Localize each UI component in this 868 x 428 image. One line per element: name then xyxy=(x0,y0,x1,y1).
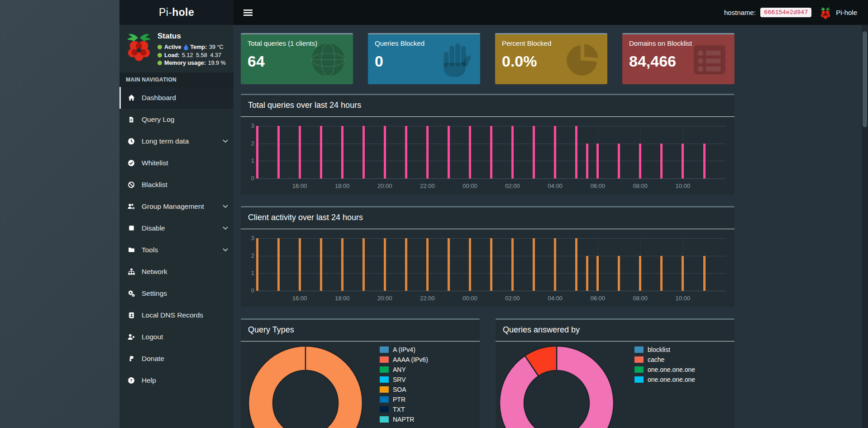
client-activity-chart[interactable]: 16:0018:0020:0022:0000:0002:0004:0006:00… xyxy=(243,229,732,306)
sitemap-icon xyxy=(127,268,136,275)
bar[interactable] xyxy=(469,238,471,291)
status-row-memory: Memory usage:19.9 % xyxy=(157,60,226,66)
legend-item[interactable]: blocklist xyxy=(634,346,695,353)
sidebar-item-dashboard[interactable]: Dashboard xyxy=(119,87,234,109)
sidebar-item-local-dns-records[interactable]: Local DNS Records xyxy=(119,304,234,326)
status-state: Active xyxy=(164,44,181,50)
bar[interactable] xyxy=(682,256,684,291)
scrollbar-thumb[interactable] xyxy=(863,31,867,127)
bar[interactable] xyxy=(660,144,663,178)
bar[interactable] xyxy=(660,256,663,291)
bar[interactable] xyxy=(448,126,450,178)
bar[interactable] xyxy=(490,238,492,291)
chevron-down-icon xyxy=(223,226,228,230)
app-logo[interactable]: Pi-hole xyxy=(119,0,234,25)
bar[interactable] xyxy=(320,238,322,291)
bar[interactable] xyxy=(405,126,407,178)
bar[interactable] xyxy=(703,256,706,291)
bar[interactable] xyxy=(586,256,588,291)
sidebar-toggle-button[interactable] xyxy=(243,9,253,16)
x-axis-tick: 16:00 xyxy=(286,295,313,302)
status-row-load: Load:5.12 5.58 4.37 xyxy=(157,52,226,58)
sidebar-item-help[interactable]: ?Help xyxy=(119,370,234,391)
status-ok-icon xyxy=(157,45,162,49)
folder-icon xyxy=(127,246,136,254)
queries-answered-by-donut[interactable] xyxy=(498,344,615,428)
bar[interactable] xyxy=(703,144,706,178)
legend-item[interactable]: SOA xyxy=(380,386,428,393)
bar[interactable] xyxy=(533,126,535,178)
bar[interactable] xyxy=(426,238,429,291)
legend-item[interactable]: cache xyxy=(634,356,695,363)
legend-item[interactable]: NAPTR xyxy=(380,416,428,423)
bar[interactable] xyxy=(586,144,588,178)
sidebar-item-network[interactable]: Network xyxy=(119,261,234,283)
bar[interactable] xyxy=(490,126,492,178)
pihole-dashboard: Pi-hole Status ActiveTemp:39 °C Load:5.1… xyxy=(0,0,868,428)
bar[interactable] xyxy=(320,126,322,178)
brand-link[interactable]: Pi-hole xyxy=(836,9,857,16)
legend-item[interactable]: one.one.one.one xyxy=(634,366,695,373)
legend-item[interactable]: one.one.one.one xyxy=(634,376,695,383)
bar[interactable] xyxy=(618,144,620,178)
bar[interactable] xyxy=(639,144,641,178)
bar[interactable] xyxy=(384,126,386,178)
sidebar-item-label: Donate xyxy=(142,355,164,363)
total-queries-chart[interactable]: 16:0018:0020:0022:0000:0002:0004:0006:00… xyxy=(243,117,732,194)
legend-item[interactable]: AAAA (IPv6) xyxy=(380,356,428,363)
x-axis-tick: 00:00 xyxy=(457,183,484,189)
sidebar-item-label: Network xyxy=(142,268,167,276)
sidebar-item-blacklist[interactable]: Blacklist xyxy=(119,174,234,196)
bar[interactable] xyxy=(596,144,599,178)
legend-item[interactable]: PTR xyxy=(380,396,428,403)
bar[interactable] xyxy=(362,126,365,178)
legend-swatch xyxy=(380,366,389,373)
bar[interactable] xyxy=(511,126,514,178)
legend-item[interactable]: ANY xyxy=(380,366,428,373)
bar[interactable] xyxy=(596,256,599,291)
sidebar-item-whitelist[interactable]: Whitelist xyxy=(119,152,234,174)
bar[interactable] xyxy=(256,126,258,178)
bar[interactable] xyxy=(299,126,301,178)
bar[interactable] xyxy=(575,238,577,291)
bar[interactable] xyxy=(639,256,641,291)
bar[interactable] xyxy=(554,126,556,178)
legend-item[interactable]: SRV xyxy=(380,376,428,383)
bar[interactable] xyxy=(362,238,365,291)
temp-value: 39 °C xyxy=(209,44,223,50)
bar[interactable] xyxy=(256,238,258,291)
bar[interactable] xyxy=(618,256,620,291)
bar[interactable] xyxy=(533,238,535,291)
hand-icon xyxy=(436,40,475,79)
sidebar-item-long-term-data[interactable]: Long term data xyxy=(119,130,234,152)
sidebar-item-logout[interactable]: Logout xyxy=(119,326,234,348)
bar[interactable] xyxy=(277,126,280,178)
bar[interactable] xyxy=(341,126,343,178)
bar[interactable] xyxy=(554,238,556,291)
sidebar-item-donate[interactable]: Donate xyxy=(119,348,234,370)
legend-item[interactable]: A (IPv4) xyxy=(380,346,428,353)
bar[interactable] xyxy=(405,238,407,291)
sidebar-item-tools[interactable]: Tools xyxy=(119,239,234,261)
query-types-donut[interactable] xyxy=(247,344,364,428)
sidebar-item-query-log[interactable]: Query Log xyxy=(119,109,234,130)
page-scrollbar[interactable] xyxy=(862,25,868,428)
bar[interactable] xyxy=(511,238,514,291)
bar[interactable] xyxy=(277,238,280,291)
sidebar-item-disable[interactable]: Disable xyxy=(119,217,234,239)
bar[interactable] xyxy=(384,238,386,291)
legend-item[interactable]: TXT xyxy=(380,406,428,413)
sidebar-item-label: Long term data xyxy=(142,137,189,145)
sidebar-item-settings[interactable]: Settings xyxy=(119,283,234,304)
x-axis-tick: 04:00 xyxy=(542,183,569,189)
bar[interactable] xyxy=(682,144,684,178)
raspberry-logo-icon xyxy=(820,6,831,19)
bar[interactable] xyxy=(469,126,471,178)
bar[interactable] xyxy=(426,126,429,178)
bar[interactable] xyxy=(575,126,577,178)
sidebar-item-group-management[interactable]: Group Management xyxy=(119,196,234,217)
bar[interactable] xyxy=(341,238,343,291)
status-info: Status ActiveTemp:39 °C Load:5.12 5.58 4… xyxy=(157,30,226,68)
bar[interactable] xyxy=(448,238,450,291)
bar[interactable] xyxy=(299,238,301,291)
